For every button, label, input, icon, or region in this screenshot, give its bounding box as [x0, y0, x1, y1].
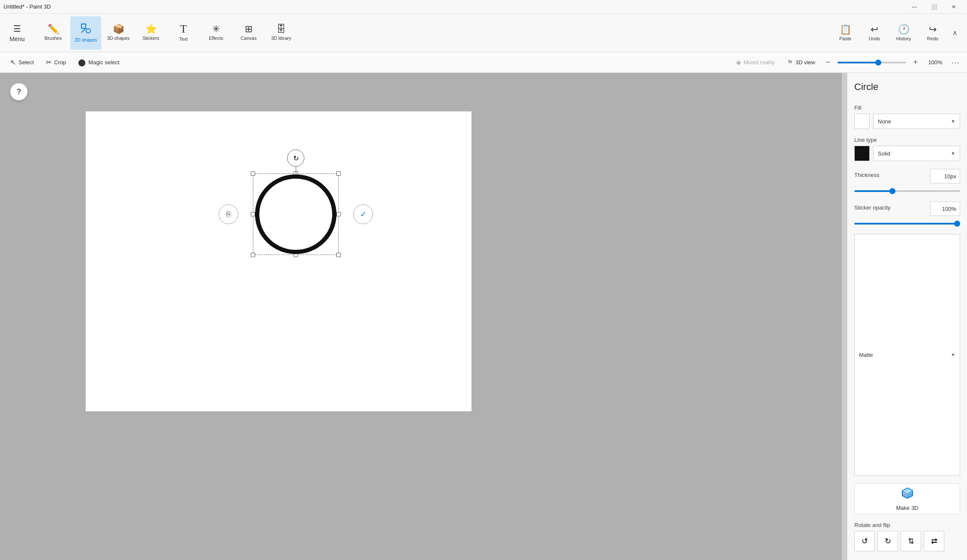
flip-horizontal-button[interactable]: ⇄ [924, 531, 944, 551]
circle-shape-wrapper[interactable]: ↻ ⎘ ✓ [253, 174, 339, 255]
effects-tool[interactable]: ✳ Effects [201, 16, 231, 50]
2dshapes-tool[interactable]: 2D shapes [70, 16, 101, 50]
line-color-swatch[interactable] [854, 146, 870, 161]
undo-icon: ↩ [871, 25, 878, 34]
rotate-left-icon: ↺ [862, 536, 868, 546]
ribbon-toolbar: ☰ Menu ✏️ Brushes 2D shapes 📦 3D shapes … [0, 14, 967, 52]
thickness-input[interactable] [930, 169, 960, 183]
canvas-label: Canvas [240, 36, 256, 41]
redo-label: Redo [927, 36, 938, 41]
zoom-slider[interactable] [838, 62, 906, 63]
line-type-row: Solid ▼ [854, 146, 960, 161]
thickness-label: Thickness [854, 172, 880, 178]
zoom-slider-wrap [838, 62, 906, 63]
checkmark-icon: ✓ [360, 210, 366, 219]
canvas-area[interactable]: ? ↻ [0, 73, 847, 560]
stickers-tool[interactable]: ⭐ Stickers [135, 16, 166, 50]
history-icon: 🕐 [898, 25, 910, 34]
thickness-slider[interactable] [854, 190, 960, 192]
zoom-percentage: 100% [925, 59, 946, 66]
menu-button[interactable]: ☰ Menu [0, 14, 34, 52]
3dview-label: 3D view [796, 59, 815, 66]
material-dropdown-arrow: ▼ [951, 352, 955, 357]
paste-button[interactable]: 📋 Paste [832, 16, 859, 50]
brushes-tool[interactable]: ✏️ Brushes [38, 16, 69, 50]
fill-color-swatch[interactable] [854, 114, 870, 129]
confirm-action-button[interactable]: ✓ [353, 204, 373, 224]
opacity-input[interactable] [930, 201, 960, 216]
3dview-flag-icon: ⚑ [787, 58, 793, 66]
paste-icon: 📋 [840, 25, 851, 34]
text-label: Text [179, 36, 188, 42]
white-canvas[interactable]: ↻ ⎘ ✓ [86, 111, 471, 411]
line-type-label: Line type [854, 137, 960, 143]
duplicate-action-button[interactable]: ⎘ [219, 204, 238, 224]
zoom-in-button[interactable]: + [910, 58, 922, 67]
titlebar: Untitled* - Paint 3D — ⬜ ✕ [0, 0, 967, 14]
duplicate-icon: ⎘ [226, 210, 231, 219]
text-icon: T [180, 24, 187, 35]
brushes-label: Brushes [45, 36, 62, 41]
maximize-button[interactable]: ⬜ [924, 0, 944, 14]
select-button[interactable]: ↖ Select [5, 56, 39, 69]
ribbon-collapse-button[interactable]: ∧ [948, 29, 962, 37]
fill-dropdown[interactable]: None ▼ [873, 114, 960, 129]
magic-select-button[interactable]: ⬤ Magic select [73, 56, 124, 69]
help-icon: ? [17, 87, 21, 96]
sticker-opacity-label: Sticker opacity [854, 204, 891, 211]
3dshapes-tool[interactable]: 📦 3D shapes [103, 16, 134, 50]
brushes-icon: ✏️ [48, 24, 59, 34]
panel-title: Circle [854, 81, 960, 97]
3dview-button[interactable]: ⚑ 3D view [782, 56, 820, 69]
ribbon-right-actions: 📋 Paste ↩ Undo 🕐 History ↪ Redo ∧ [826, 14, 967, 52]
rotate-line [296, 166, 296, 174]
crop-icon: ✂ [46, 58, 51, 66]
opacity-slider[interactable] [854, 223, 960, 225]
3dshapes-label: 3D shapes [107, 36, 130, 41]
zoom-more-button[interactable]: ⋯ [949, 58, 962, 67]
thickness-section: Thickness [854, 169, 960, 194]
minimize-button[interactable]: — [904, 0, 924, 14]
make-3d-label: Make 3D [896, 505, 918, 511]
close-button[interactable]: ✕ [944, 0, 964, 14]
material-dropdown[interactable]: Matte ▼ [854, 234, 960, 476]
undo-button[interactable]: ↩ Undo [861, 16, 888, 50]
history-button[interactable]: 🕐 History [890, 16, 917, 50]
opacity-slider-wrap [854, 219, 960, 226]
rotate-left-button[interactable]: ↺ [854, 531, 875, 551]
rotate-handle[interactable]: ↻ [287, 150, 304, 167]
history-label: History [896, 36, 911, 41]
line-type-dropdown[interactable]: Solid ▼ [873, 146, 960, 161]
undo-label: Undo [869, 36, 880, 41]
flip-vertical-button[interactable]: ⇅ [901, 531, 921, 551]
crop-button[interactable]: ✂ Crop [41, 56, 71, 69]
2dshapes-icon [80, 23, 91, 36]
effects-icon: ✳ [212, 24, 220, 34]
help-button[interactable]: ? [10, 83, 27, 100]
svg-rect-0 [81, 24, 86, 28]
circle-svg [253, 174, 339, 255]
rotate-right-button[interactable]: ↻ [877, 531, 898, 551]
redo-button[interactable]: ↪ Redo [919, 16, 946, 50]
svg-line-2 [81, 28, 86, 33]
text-tool[interactable]: T Text [168, 16, 199, 50]
stickers-label: Stickers [142, 36, 159, 41]
svg-point-3 [257, 177, 334, 252]
subtoolbar: ↖ Select ✂ Crop ⬤ Magic select ◈ Mixed r… [0, 52, 967, 73]
main-area: ? ↻ [0, 73, 967, 560]
make-3d-icon [901, 486, 914, 503]
crop-label: Crop [54, 59, 66, 66]
vertical-scrollbar[interactable] [842, 73, 847, 560]
select-label: Select [18, 59, 34, 66]
fill-dropdown-arrow: ▼ [951, 119, 955, 124]
flip-horizontal-icon: ⇄ [931, 536, 937, 546]
3dlibrary-icon: 🗄 [276, 24, 286, 34]
canvas-tool[interactable]: ⊞ Canvas [233, 16, 264, 50]
menu-icon: ☰ [13, 24, 21, 34]
zoom-out-button[interactable]: − [822, 58, 834, 67]
mixed-reality-button[interactable]: ◈ Mixed reality [731, 56, 780, 69]
line-type-section: Line type Solid ▼ [854, 137, 960, 161]
3dlibrary-tool[interactable]: 🗄 3D library [266, 16, 297, 50]
make-3d-button[interactable]: Make 3D [854, 483, 960, 514]
right-panel: Circle Fill None ▼ Line type Solid ▼ [847, 73, 967, 560]
